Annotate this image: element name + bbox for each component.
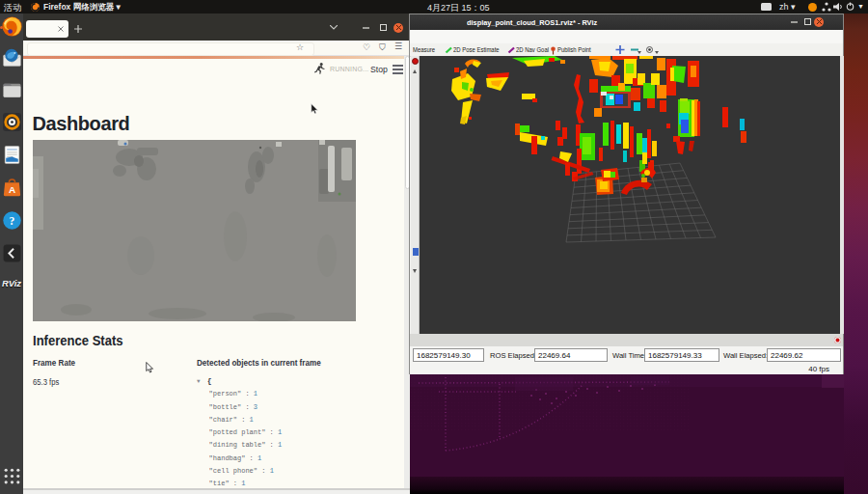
svg-text:A: A bbox=[8, 184, 14, 195]
svg-text:?: ? bbox=[9, 215, 14, 227]
